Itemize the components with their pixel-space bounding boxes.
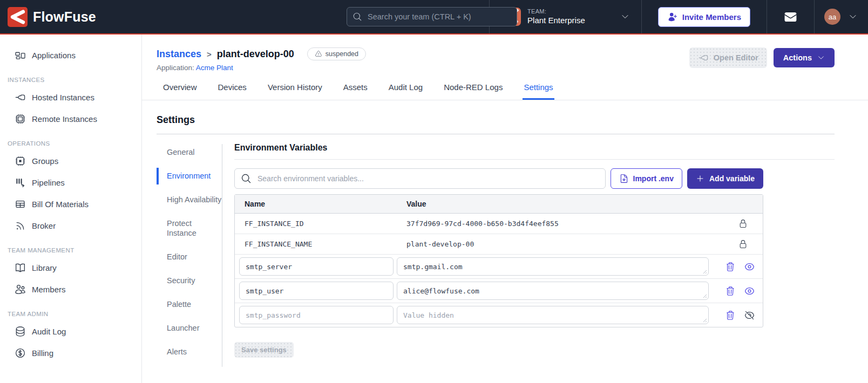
subnav-security[interactable]: Security <box>157 272 222 289</box>
broker-icon <box>15 220 26 231</box>
tab-settings[interactable]: Settings <box>523 80 554 100</box>
sidebar: Applications INSTANCES Hosted Instances … <box>0 35 142 383</box>
notifications-button[interactable] <box>784 10 797 24</box>
subnav-palette[interactable]: Palette <box>157 296 222 313</box>
user-menu[interactable]: aa <box>815 0 868 33</box>
sidebar-section-operations: OPERATIONS <box>0 131 141 151</box>
env-value-input[interactable] <box>397 306 709 324</box>
tab-devices[interactable]: Devices <box>217 80 248 100</box>
sidebar-item-label: Groups <box>32 156 58 166</box>
user-avatar: aa <box>824 9 840 25</box>
add-variable-button[interactable]: Add variable <box>687 168 763 189</box>
subnav-alerts[interactable]: Alerts <box>157 344 222 360</box>
column-value: Value <box>397 195 709 213</box>
team-search-input[interactable] <box>347 7 517 26</box>
add-variable-label: Add variable <box>709 174 755 183</box>
env-value-input[interactable] <box>397 257 709 276</box>
trash-icon <box>725 262 735 272</box>
sidebar-item-audit-log[interactable]: Audit Log <box>0 322 141 341</box>
tab-version-history[interactable]: Version History <box>267 80 323 100</box>
sidebar-item-label: Bill Of Materials <box>32 200 89 209</box>
env-name: FF_INSTANCE_NAME <box>235 234 397 254</box>
env-name-input[interactable] <box>239 257 394 276</box>
application-line: Application: Acme Plant <box>157 64 366 72</box>
trash-icon <box>725 310 735 320</box>
chevron-down-icon <box>849 12 857 21</box>
table-header: Name Value <box>235 195 763 214</box>
sidebar-item-label: Library <box>32 263 57 272</box>
eye-slash-icon <box>744 310 755 320</box>
team-label: TEAM: <box>527 8 585 16</box>
sidebar-item-label: Broker <box>32 221 56 230</box>
subnav-launcher[interactable]: Launcher <box>157 320 222 337</box>
delete-variable-button[interactable] <box>725 310 735 320</box>
sidebar-item-label: Billing <box>32 348 53 358</box>
delete-variable-button[interactable] <box>725 286 735 296</box>
mail-wrap <box>767 0 814 33</box>
table-row-editable <box>235 255 763 279</box>
search-icon <box>352 12 362 22</box>
eye-icon <box>744 286 755 296</box>
open-editor-button[interactable]: Open Editor <box>689 47 767 68</box>
invite-wrap: Invite Members <box>642 0 767 33</box>
environment-title: Environment Variables <box>234 142 835 153</box>
env-name-input[interactable] <box>239 282 394 300</box>
env-variables-table: Name Value FF_INSTANCE_ID 37f7d969-97cd-… <box>234 194 763 327</box>
tab-overview[interactable]: Overview <box>162 80 198 100</box>
subnav-high-availability[interactable]: High Availability <box>157 191 222 208</box>
save-settings-button[interactable]: Save settings <box>234 342 294 358</box>
env-value-input[interactable] <box>397 282 709 300</box>
env-search <box>234 168 606 189</box>
sidebar-item-members[interactable]: Members <box>0 279 141 299</box>
tab-assets[interactable]: Assets <box>342 80 369 100</box>
toggle-visibility-button[interactable] <box>744 286 755 296</box>
toggle-visibility-button[interactable] <box>744 262 755 272</box>
subnav-editor[interactable]: Editor <box>157 249 222 265</box>
sidebar-item-label: Members <box>32 285 66 294</box>
breadcrumb-instances-link[interactable]: Instances <box>157 49 201 60</box>
subnav-protect-instance[interactable]: Protect Instance <box>157 215 222 242</box>
toggle-visibility-button[interactable] <box>744 310 755 320</box>
sidebar-item-broker[interactable]: Broker <box>0 216 141 236</box>
audit-log-icon <box>15 326 26 337</box>
team-name: Plant Enterprise <box>527 16 585 26</box>
import-env-button[interactable]: Import .env <box>611 168 682 189</box>
lock-icon <box>738 240 748 249</box>
subnav-general[interactable]: General <box>157 144 222 161</box>
sidebar-item-label: Audit Log <box>32 327 66 336</box>
environment-toolbar: Import .env Add variable <box>234 168 763 189</box>
sidebar-item-applications[interactable]: Applications <box>0 45 141 65</box>
brand[interactable]: FlowFuse <box>0 7 96 27</box>
tab-node-red-logs[interactable]: Node-RED Logs <box>443 80 504 100</box>
subnav-environment[interactable]: Environment <box>157 168 222 184</box>
sidebar-item-pipelines[interactable]: Pipelines <box>0 173 141 193</box>
applications-icon <box>15 50 26 61</box>
env-search-input[interactable] <box>234 168 606 189</box>
pipelines-icon <box>15 177 26 188</box>
plus-icon <box>696 174 704 183</box>
open-editor-label: Open Editor <box>714 53 758 62</box>
invite-members-button[interactable]: Invite Members <box>658 7 750 27</box>
sidebar-item-groups[interactable]: Groups <box>0 151 141 171</box>
sidebar-item-hosted-instances[interactable]: Hosted Instances <box>0 87 141 107</box>
sidebar-section-instances: INSTANCES <box>0 67 141 87</box>
settings-subnav: General Environment High Availability Pr… <box>157 142 222 367</box>
column-name: Name <box>235 195 397 213</box>
document-download-icon <box>619 174 629 183</box>
actions-button[interactable]: Actions <box>774 48 835 67</box>
breadcrumb-separator: > <box>207 50 212 59</box>
settings-content: Settings General Environment High Availa… <box>142 100 868 367</box>
delete-variable-button[interactable] <box>725 262 735 272</box>
sidebar-item-remote-instances[interactable]: Remote Instances <box>0 109 141 129</box>
actions-label: Actions <box>783 53 812 62</box>
search-icon <box>241 173 252 184</box>
sidebar-item-library[interactable]: Library <box>0 258 141 278</box>
tab-audit-log[interactable]: Audit Log <box>388 80 424 100</box>
sidebar-item-billing[interactable]: Billing <box>0 343 141 363</box>
main-content: Instances > plant-develop-00 suspended A… <box>142 35 868 383</box>
application-link[interactable]: Acme Plant <box>196 64 233 72</box>
table-row-editable <box>235 303 763 327</box>
brand-name: FlowFuse <box>33 9 96 25</box>
env-name-input[interactable] <box>239 306 394 324</box>
sidebar-item-bill-of-materials[interactable]: Bill Of Materials <box>0 194 141 214</box>
